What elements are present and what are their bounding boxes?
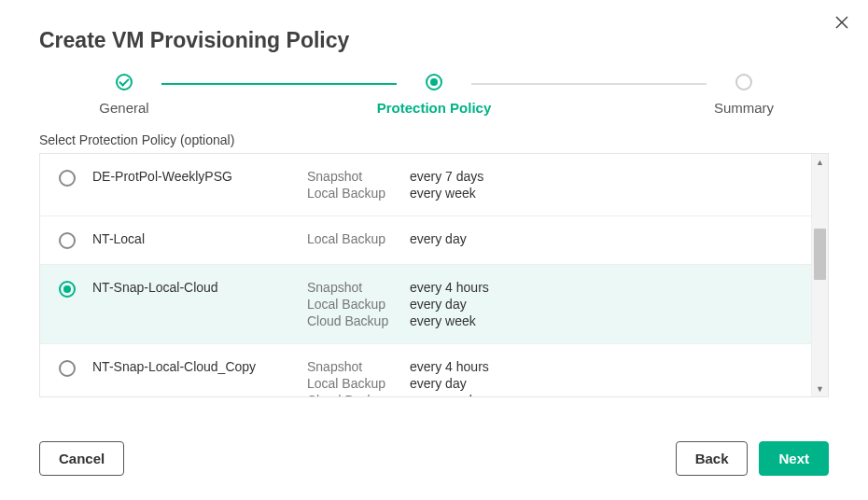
dot-icon xyxy=(426,74,442,90)
stepper: General Protection Policy Summary xyxy=(87,74,781,116)
close-button[interactable] xyxy=(833,13,851,32)
policy-name: NT-Snap-Local-Cloud_Copy xyxy=(92,359,307,374)
policy-name: NT-Snap-Local-Cloud xyxy=(92,280,307,295)
policy-schedules: Snapshotevery 4 hoursLocal Backupevery d… xyxy=(307,359,489,396)
step-label: General xyxy=(99,100,148,116)
schedule-value: every 4 hours xyxy=(410,359,489,374)
schedule-row: Cloud Backupevery week xyxy=(307,393,489,396)
scroll-thumb[interactable] xyxy=(814,229,826,280)
schedule-row: Cloud Backupevery week xyxy=(307,313,489,328)
radio-icon[interactable] xyxy=(59,281,76,298)
schedule-row: Snapshotevery 4 hours xyxy=(307,359,489,374)
policy-row[interactable]: NT-Snap-Local-CloudSnapshotevery 4 hours… xyxy=(40,265,811,344)
schedule-row: Snapshotevery 4 hours xyxy=(307,280,489,295)
stepper-bar xyxy=(471,83,707,85)
schedule-row: Local Backupevery week xyxy=(307,186,483,201)
step-general[interactable]: General xyxy=(87,74,161,116)
section-subtitle: Select Protection Policy (optional) xyxy=(0,132,868,153)
policy-row[interactable]: DE-ProtPol-WeeklyPSGSnapshotevery 7 days… xyxy=(40,154,811,216)
schedule-row: Local Backupevery day xyxy=(307,376,489,391)
radio-icon[interactable] xyxy=(59,170,76,187)
step-summary[interactable]: Summary xyxy=(707,74,781,116)
page-title: Create VM Provisioning Policy xyxy=(0,0,868,53)
schedule-value: every 4 hours xyxy=(410,280,489,295)
schedule-type: Snapshot xyxy=(307,169,410,184)
schedule-value: every week xyxy=(410,186,476,201)
policy-name: NT-Local xyxy=(92,231,307,246)
schedule-value: every day xyxy=(410,297,467,312)
step-label: Summary xyxy=(714,100,774,116)
cancel-button[interactable]: Cancel xyxy=(39,441,124,476)
dialog: Create VM Provisioning Policy General Pr… xyxy=(0,0,868,500)
close-icon xyxy=(834,15,849,30)
next-button[interactable]: Next xyxy=(759,441,829,476)
policy-row[interactable]: NT-LocalLocal Backupevery day xyxy=(40,216,811,265)
schedule-row: Snapshotevery 7 days xyxy=(307,169,483,184)
policy-name: DE-ProtPol-WeeklyPSG xyxy=(92,169,307,184)
circle-icon xyxy=(735,74,752,90)
schedule-type: Snapshot xyxy=(307,359,410,374)
scrollbar[interactable]: ▲ ▼ xyxy=(812,154,828,396)
policy-list: DE-ProtPol-WeeklyPSGSnapshotevery 7 days… xyxy=(39,153,829,397)
schedule-type: Local Backup xyxy=(307,231,410,246)
back-button[interactable]: Back xyxy=(676,441,749,476)
stepper-bar xyxy=(161,83,397,85)
step-label: Protection Policy xyxy=(377,100,492,116)
policy-schedules: Local Backupevery day xyxy=(307,231,467,246)
policy-row[interactable]: NT-Snap-Local-Cloud_CopySnapshotevery 4 … xyxy=(40,344,811,396)
schedule-value: every day xyxy=(410,376,467,391)
schedule-value: every week xyxy=(410,393,476,396)
schedule-value: every day xyxy=(410,231,467,246)
schedule-type: Cloud Backup xyxy=(307,313,410,328)
policy-list-inner: DE-ProtPol-WeeklyPSGSnapshotevery 7 days… xyxy=(40,154,812,396)
schedule-type: Snapshot xyxy=(307,280,410,295)
policy-schedules: Snapshotevery 7 daysLocal Backupevery we… xyxy=(307,169,483,201)
schedule-type: Local Backup xyxy=(307,297,410,312)
policy-schedules: Snapshotevery 4 hoursLocal Backupevery d… xyxy=(307,280,489,328)
schedule-type: Local Backup xyxy=(307,186,410,201)
schedule-type: Cloud Backup xyxy=(307,393,410,396)
scroll-down-icon[interactable]: ▼ xyxy=(812,381,828,396)
schedule-value: every 7 days xyxy=(410,169,483,184)
footer-right: Back Next xyxy=(676,441,829,476)
check-icon xyxy=(116,74,133,90)
schedule-row: Local Backupevery day xyxy=(307,297,489,312)
radio-icon[interactable] xyxy=(59,232,76,249)
footer: Cancel Back Next xyxy=(39,441,829,476)
schedule-value: every week xyxy=(410,313,476,328)
schedule-type: Local Backup xyxy=(307,376,410,391)
scroll-up-icon[interactable]: ▲ xyxy=(812,154,828,170)
schedule-row: Local Backupevery day xyxy=(307,231,467,246)
step-protection-policy[interactable]: Protection Policy xyxy=(397,74,471,116)
radio-icon[interactable] xyxy=(59,360,76,377)
